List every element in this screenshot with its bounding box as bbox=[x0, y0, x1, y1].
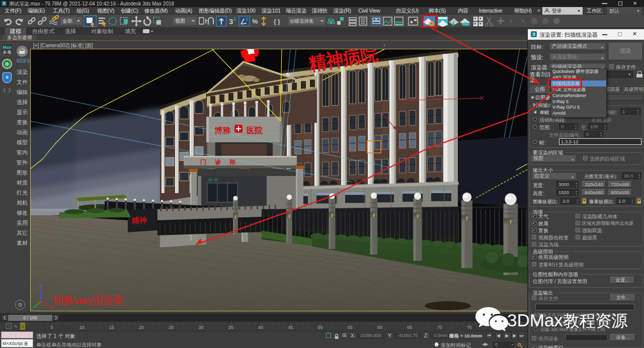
svg-text:3DMax教程资源: 3DMax教程资源 bbox=[507, 310, 628, 330]
